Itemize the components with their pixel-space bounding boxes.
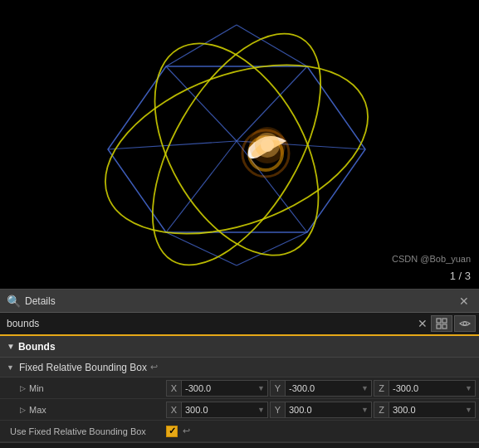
svg-point-19 (249, 127, 286, 163)
min-y-group[interactable]: Y -300.0 ▼ (270, 380, 372, 397)
max-y-value: 300.0 (286, 405, 359, 415)
search-clear-button[interactable]: ✕ (414, 317, 431, 330)
min-y-label: Y (271, 381, 286, 396)
scene-canvas (0, 0, 479, 289)
frbb-label: Fixed Relative Bounding Box (19, 362, 147, 373)
min-values-col: X -300.0 ▼ Y -300.0 ▼ Z -300.0 ▼ (163, 380, 479, 397)
watermark: CSDN @Bob_yuan (392, 254, 471, 264)
max-x-label: X (167, 402, 182, 417)
search-actions (431, 315, 476, 332)
max-z-value: 300.0 (389, 405, 462, 415)
max-y-label: Y (271, 402, 286, 417)
max-x-value: 300.0 (182, 405, 255, 415)
svg-rect-23 (442, 324, 447, 329)
max-x-group[interactable]: X 300.0 ▼ (166, 402, 268, 418)
search-grid-view-button[interactable] (431, 315, 452, 332)
max-label-col: ▷ Max (0, 405, 163, 415)
use-frbb-row: Use Fixed Relative Bounding Box ✓ ↩ (0, 421, 479, 442)
frbb-collapse-icon: ▼ (7, 363, 14, 372)
min-z-arrow: ▼ (462, 384, 475, 392)
min-x-group[interactable]: X -300.0 ▼ (166, 380, 268, 397)
use-frbb-label: Use Fixed Relative Bounding Box (0, 426, 163, 436)
svg-point-24 (463, 322, 467, 325)
close-button[interactable]: ✕ (456, 295, 472, 308)
use-frbb-checkmark: ✓ (169, 426, 176, 436)
min-y-arrow: ▼ (359, 384, 371, 392)
max-z-label: Z (374, 402, 389, 417)
svg-rect-22 (437, 324, 441, 329)
fixed-relative-bounding-box-header[interactable]: ▼ Fixed Relative Bounding Box ↩ (0, 358, 479, 377)
svg-rect-20 (437, 319, 441, 323)
bounds-label: Bounds (18, 341, 56, 353)
max-y-arrow: ▼ (359, 406, 371, 414)
min-x-value: -300.0 (182, 383, 255, 393)
frbb-reset-icon: ↩ (150, 362, 158, 373)
min-label: Min (29, 383, 44, 393)
bounds-section-header[interactable]: ▼ Bounds (0, 336, 479, 358)
min-z-label: Z (374, 381, 389, 396)
search-input[interactable] (3, 318, 414, 329)
max-expand-icon: ▷ (20, 406, 26, 414)
min-z-group[interactable]: Z -300.0 ▼ (374, 380, 476, 397)
min-x-label: X (167, 381, 182, 396)
viewport: 1 / 3 CSDN @Bob_yuan (0, 0, 479, 289)
min-y-value: -300.0 (286, 383, 359, 393)
page-indicator: 1 / 3 (450, 270, 471, 282)
details-header: 🔍 Details ✕ (0, 290, 479, 313)
svg-rect-21 (442, 319, 447, 323)
max-property-row: ▷ Max X 300.0 ▼ Y 300.0 ▼ Z 300.0 ▼ (0, 399, 479, 421)
min-property-row: ▷ Min X -300.0 ▼ Y -300.0 ▼ Z -300.0 ▼ (0, 377, 479, 399)
search-bar: ✕ (0, 313, 479, 336)
details-panel: 🔍 Details ✕ ✕ ▼ (0, 289, 479, 443)
min-x-arrow: ▼ (255, 384, 267, 392)
fixed-relative-bounding-box-section: ▼ Fixed Relative Bounding Box ↩ ▷ Min X … (0, 358, 479, 443)
min-label-col: ▷ Min (0, 383, 163, 393)
use-frbb-checkbox[interactable]: ✓ (166, 426, 178, 437)
max-z-arrow: ▼ (462, 406, 475, 414)
use-frbb-values: ✓ ↩ (163, 426, 479, 437)
max-label: Max (29, 405, 46, 415)
max-x-arrow: ▼ (255, 406, 267, 414)
max-values-col: X 300.0 ▼ Y 300.0 ▼ Z 300.0 ▼ (163, 402, 479, 418)
max-z-group[interactable]: Z 300.0 ▼ (374, 402, 476, 418)
search-icon: 🔍 (7, 295, 20, 308)
search-eye-button[interactable] (454, 315, 476, 332)
use-frbb-reset-icon: ↩ (183, 426, 190, 436)
min-expand-icon: ▷ (20, 384, 26, 392)
min-z-value: -300.0 (389, 383, 462, 393)
bounds-collapse-icon: ▼ (7, 342, 15, 351)
details-title: Details (25, 295, 456, 307)
max-y-group[interactable]: Y 300.0 ▼ (270, 402, 372, 418)
